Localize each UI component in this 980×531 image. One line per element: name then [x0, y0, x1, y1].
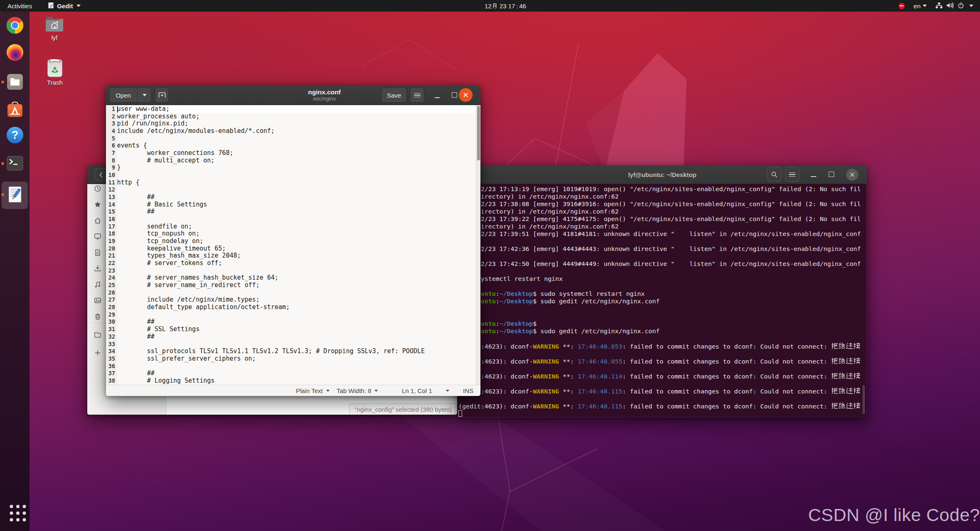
code-line: 7 worker_connections 768;	[106, 150, 476, 157]
code-line: 17 sendfile on;	[106, 223, 476, 231]
clock[interactable]: 12 23 17:46	[483, 0, 527, 12]
gedit-icon	[6, 185, 24, 204]
dock-item-help[interactable]: ?	[0, 126, 30, 144]
insert-mode-label: INS	[463, 387, 473, 394]
terminal-titlebar[interactable]: lyf@ubuntu: ~/Desktop	[458, 165, 867, 184]
terminal-line: (gedit:4623): dconf-WARNING **: 17:46:48…	[458, 372, 861, 380]
gedit-title: nginx.conf /etc/nginx	[285, 85, 364, 105]
line-number: 37	[106, 370, 115, 377]
desktop-icon-home[interactable]: lyf	[36, 15, 73, 41]
gedit-text-area[interactable]: 1user www-data;2worker_processes auto;3p…	[106, 105, 480, 385]
terminal-text-segment: :	[496, 320, 500, 327]
terminal-line: sudo systemctl restart nginx	[458, 275, 861, 283]
code-line: 16	[106, 216, 476, 223]
code-line: 4include /etc/nginx/modules-enabled/*.co…	[106, 128, 476, 135]
cursor-position-label: Ln 1, Col 1	[402, 387, 432, 394]
dock-item-files[interactable]	[0, 73, 30, 91]
show-applications-button[interactable]	[0, 503, 30, 523]
desktop-icon-trash[interactable]: Trash	[36, 58, 74, 86]
code-text: ##	[117, 318, 155, 326]
cjk-glyph	[838, 387, 846, 395]
open-split-button: Open	[109, 88, 152, 103]
dock-item-software[interactable]	[0, 101, 30, 119]
cjk-glyph	[853, 387, 861, 395]
terminal-scrollbar[interactable]	[862, 385, 865, 414]
code-line: 6events {	[106, 142, 476, 150]
language-selector[interactable]: Plain Text	[296, 385, 330, 396]
terminal-text-segment: : failed to commit changes to dconf: Cou…	[623, 343, 831, 350]
terminal-icon	[6, 154, 24, 172]
code-text: # multi_accept on;	[117, 157, 215, 165]
code-text: ##	[117, 370, 155, 377]
maximize-button[interactable]	[829, 172, 834, 177]
appmenu-button[interactable]: Gedit	[48, 2, 80, 10]
line-number: 20	[106, 245, 115, 253]
other-locations-icon	[94, 349, 101, 356]
keyboard-layout-indicator[interactable]: en	[914, 2, 927, 10]
chevron-down-icon	[969, 5, 973, 7]
line-number: 1	[106, 106, 115, 113]
cjk-glyph	[853, 342, 861, 350]
line-number: 6	[106, 142, 115, 150]
activities-button[interactable]: Activities	[0, 0, 39, 12]
desktop-icon-label: lyf	[52, 34, 58, 41]
dock-item-chrome[interactable]	[0, 16, 30, 34]
terminal-line: 2021/12/23 17:38:08 [emerg] 3916#3916: o…	[458, 200, 861, 208]
save-button[interactable]: Save	[381, 88, 407, 103]
code-line: 35 ssl_prefer_server_ciphers on;	[106, 355, 476, 363]
search-button[interactable]	[767, 167, 781, 182]
code-text: # Logging Settings	[117, 377, 215, 385]
dock-item-firefox[interactable]	[0, 43, 30, 61]
code-text: ##	[117, 333, 155, 341]
line-number: 4	[106, 128, 115, 135]
line-number: 29	[106, 311, 115, 319]
code-text: types_hash_max_size 2048;	[117, 252, 241, 260]
code-line: 37 ##	[106, 370, 476, 377]
appmenu-label: Gedit	[57, 2, 73, 10]
text-caret	[117, 106, 118, 113]
open-button[interactable]: Open	[109, 92, 137, 99]
gedit-menu-button[interactable]	[410, 88, 424, 103]
code-line: 1user www-data;	[106, 106, 476, 113]
watermark: CSDN @I like Code?	[808, 505, 980, 525]
svg-text:?: ?	[11, 129, 18, 141]
back-button[interactable]	[94, 168, 107, 181]
close-button[interactable]	[459, 88, 473, 102]
volume-icon	[946, 2, 954, 10]
code-line: 27 include /etc/nginx/mime.types;	[106, 296, 476, 304]
code-line: 31 # SSL Settings	[106, 326, 476, 333]
chrome-icon	[6, 16, 24, 34]
starred-icon	[94, 201, 101, 208]
dock-item-terminal[interactable]	[0, 154, 30, 172]
terminal-text-segment: WARNING	[533, 358, 559, 365]
code-text: ssl_protocols TLSv1 TLSv1.1 TLSv1.2 TLSv…	[117, 348, 425, 355]
cjk-glyph	[831, 357, 839, 365]
close-button[interactable]	[846, 169, 858, 181]
terminal-text-segment: ~/Desktop	[500, 297, 533, 305]
line-number: 2	[106, 113, 115, 120]
cursor-position[interactable]: Ln 1, Col 1	[402, 385, 432, 396]
minimize-button[interactable]	[435, 97, 440, 98]
chevron-left-icon	[98, 172, 104, 178]
code-line: 8 # multi_accept on;	[106, 157, 476, 165]
terminal-screen[interactable]: 2021/12/23 17:13:19 [emerg] 1019#1019: o…	[458, 184, 867, 417]
minimize-button[interactable]	[811, 176, 816, 177]
code-text: # Basic Settings	[117, 201, 207, 209]
gedit-app-icon	[48, 2, 54, 10]
new-tab-button[interactable]	[155, 88, 169, 103]
open-recent-dropdown[interactable]	[138, 94, 151, 96]
tab-width-selector[interactable]: Tab Width: 8	[337, 385, 378, 396]
terminal-text-segment: WARNING	[533, 403, 559, 410]
terminal-line: (gedit:4623): dconf-WARNING **: 17:46:48…	[458, 402, 861, 410]
maximize-button[interactable]	[452, 92, 457, 98]
statusbar-dropdown[interactable]	[446, 385, 449, 396]
terminal-text-segment: 17:46:48.115	[578, 403, 623, 410]
system-status-area[interactable]: en	[899, 0, 973, 12]
dock-item-gedit[interactable]	[0, 185, 30, 204]
menu-button[interactable]	[785, 167, 799, 182]
gedit-scrollbar[interactable]	[476, 105, 480, 385]
line-number: 38	[106, 377, 115, 385]
line-number: 16	[106, 216, 115, 223]
line-number: 28	[106, 304, 115, 311]
gedit-titlebar[interactable]: Open nginx.conf /etc/nginx Save	[106, 85, 480, 105]
